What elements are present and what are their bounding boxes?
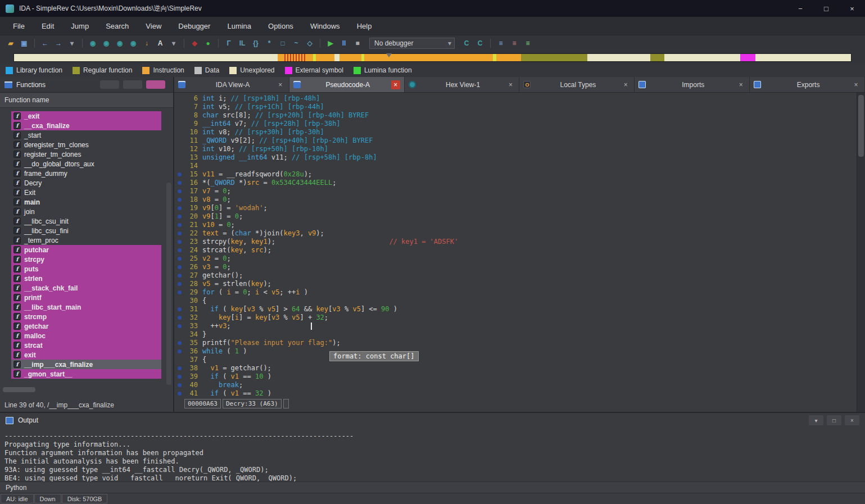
breakpoint-gutter[interactable] [174,263,184,271]
code-line[interactable]: 24strcat(key, src); [174,246,865,255]
code-line[interactable]: 30{ [174,297,865,305]
function-row[interactable]: f_exit [11,111,161,121]
breakpoint-gutter[interactable] [174,246,184,255]
struct-tool-icon[interactable]: Γ [223,38,235,49]
tab-close-icon[interactable]: × [852,80,861,89]
view-list-3-icon[interactable]: ≡ [522,38,534,49]
code-line[interactable]: 13unsigned __int64 v11; // [rsp+58h] [rb… [174,153,865,162]
tab-close-icon[interactable]: × [621,80,630,89]
tab-close-icon[interactable]: × [391,80,400,89]
functions-close-button[interactable] [146,80,165,89]
jump-function-icon[interactable]: ◉ [114,38,126,49]
jump-name-icon[interactable]: ◉ [100,38,112,49]
menu-item-options[interactable]: Options [260,19,302,34]
code-line[interactable]: 32 key[i] = key[v3 % v5] + 32; [174,314,865,322]
function-row[interactable]: f__imp___cxa_finalize [11,360,161,369]
breakpoint-gutter[interactable] [174,103,184,111]
function-row[interactable]: fExit [11,188,161,197]
code-scrollbar-thumb[interactable] [858,95,864,157]
breakpoint-gutter[interactable] [174,229,184,238]
menu-item-search[interactable]: Search [97,19,137,34]
breakpoint-gutter[interactable] [174,314,184,322]
breakpoint-gutter[interactable] [174,94,184,103]
function-row[interactable]: fregister_tm_clones [11,149,161,159]
il-tool-icon[interactable]: IL [236,38,248,49]
code-line[interactable]: 19v9[0] = 'wodah'; [174,204,865,212]
rename-icon[interactable]: A [154,38,166,49]
code-line[interactable]: 41 if ( v1 == 32 ) [174,389,865,398]
code-line[interactable]: 23strcpy(key, key1); // key1 = 'ADSFK' [174,238,865,246]
breakpoint-gutter[interactable] [174,389,184,398]
breakpoint-gutter[interactable] [174,238,184,246]
breakpoint-gutter[interactable] [174,271,184,280]
nav-forward-icon[interactable]: → [52,38,65,49]
breakpoint-gutter[interactable] [174,111,184,120]
breakpoint-gutter[interactable] [174,297,184,305]
code-line[interactable]: 10int v8; // [rsp+30h] [rbp-30h] [174,128,865,137]
code-line[interactable]: 34} [174,330,865,339]
function-row[interactable]: fprintf [11,293,161,302]
code-line[interactable]: 16*(_QWORD *)src = 0x534C43444EELL; [174,179,865,187]
view-list-2-icon[interactable]: ≡ [508,38,520,49]
breakpoint-gutter[interactable] [174,196,184,204]
function-row[interactable]: fputchar [11,245,161,255]
code-line[interactable]: 8char src[8]; // [rsp+20h] [rbp-40h] BYR… [174,111,865,120]
tab-close-icon[interactable]: × [506,80,515,89]
function-row[interactable]: f__stack_chk_fail [11,283,161,293]
menu-item-windows[interactable]: Windows [302,19,348,34]
compile-script-icon[interactable]: C [460,38,473,49]
code-line[interactable]: 38 v1 = getchar(); [174,364,865,373]
python-tab[interactable]: Python [0,482,865,493]
tab-local-types[interactable]: OLocal Types× [519,77,635,92]
braces-tool-icon[interactable]: {} [250,38,262,49]
rename-menu-icon[interactable]: ▾ [167,38,180,49]
function-row[interactable]: f_term_proc [11,235,161,245]
code-line[interactable]: 35printf("Please input your flag:"); [174,339,865,347]
code-line[interactable]: 37{ [174,356,865,364]
breakpoint-gutter[interactable] [174,179,184,187]
function-row[interactable]: fjoin [11,207,161,216]
breakpoint-gutter[interactable] [174,170,184,179]
code-line[interactable]: 7int v5; // [rsp+1Ch] [rbp-44h] [174,103,865,111]
breakpoint-gutter[interactable] [174,305,184,314]
code-line[interactable]: 14 [174,162,865,170]
breakpoint-gutter[interactable] [174,339,184,347]
code-line[interactable]: 6int i; // [rsp+18h] [rbp-48h] [174,94,865,103]
jump-down-icon[interactable]: ↓ [141,38,153,49]
breakpoint-gutter[interactable] [174,212,184,221]
functions-vertical-scrollbar[interactable] [166,183,171,385]
function-name-column-header[interactable]: Function name [0,93,173,108]
code-line[interactable]: 31 if ( key[v3 % v5] > 64 && key[v3 % v5… [174,305,865,314]
breakpoint-gutter[interactable] [174,347,184,356]
function-row[interactable]: fexit [11,350,161,360]
output-maximize-button[interactable]: □ [827,415,841,425]
breakpoint-gutter[interactable] [174,322,184,330]
breakpoint-gutter[interactable] [174,187,184,196]
breakpoint-gutter[interactable] [174,153,184,162]
code-line[interactable]: 27getchar(); [174,271,865,280]
jump-segment-icon[interactable]: ◉ [127,38,139,49]
window-close-button[interactable]: × [839,0,865,17]
script-snippets-icon[interactable]: C [474,38,486,49]
function-row[interactable]: fframe_dummy [11,169,161,178]
navband-track[interactable] [13,53,852,62]
functions-horizontal-scrollbar[interactable] [3,387,35,392]
function-row[interactable]: f__libc_csu_init [11,216,161,226]
function-row[interactable]: f__do_global_dtors_aux [11,159,161,169]
breakpoint-gutter[interactable] [174,120,184,128]
functions-dock-button[interactable] [100,80,119,89]
debug-start-icon[interactable]: ▶ [324,38,337,49]
output-close-button[interactable]: × [845,415,859,425]
breakpoint-gutter[interactable] [174,162,184,170]
output-dock-button[interactable]: ▾ [809,415,823,425]
asterisk-tool-icon[interactable]: * [263,38,275,49]
jump-address-icon[interactable]: ◉ [87,38,99,49]
function-row[interactable]: fstrcpy [11,255,161,264]
breakpoint-gutter[interactable] [174,128,184,137]
breakpoint-gutter[interactable] [174,255,184,263]
tilde-tool-icon[interactable]: ~ [290,38,302,49]
menu-item-debugger[interactable]: Debugger [170,19,219,34]
window-minimize-button[interactable]: − [787,0,813,17]
code-line[interactable]: 33 ++v3; [174,322,865,330]
function-row[interactable]: fstrcat [11,340,161,350]
